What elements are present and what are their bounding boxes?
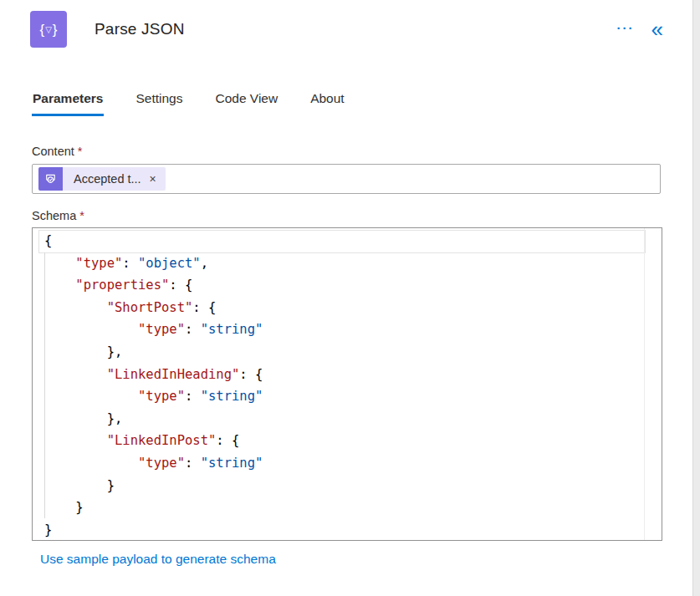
approvals-icon	[38, 167, 63, 191]
parse-json-action-card: {▽} Parse JSON ··· « Parameters Settings…	[0, 0, 700, 596]
schema-code: { "type": "object", "properties": { "Sho…	[44, 230, 641, 541]
header-actions: ··· «	[617, 18, 663, 40]
action-header: {▽} Parse JSON ··· «	[30, 11, 663, 48]
more-options-icon[interactable]: ···	[617, 22, 635, 34]
funnel-glyph: ▽	[45, 26, 52, 34]
collapse-panel-icon[interactable]: «	[651, 18, 663, 40]
schema-field-label: Schema*	[32, 209, 84, 222]
content-field-label: Content*	[32, 145, 82, 158]
token-label: Accepted t...	[63, 172, 147, 186]
content-input[interactable]: Accepted t... ×	[32, 164, 661, 194]
editor-scrollbar-track[interactable]	[644, 228, 645, 540]
schema-code-editor[interactable]: { "type": "object", "properties": { "Sho…	[32, 227, 662, 541]
page-scrollbar[interactable]	[692, 0, 700, 596]
action-title: Parse JSON	[95, 20, 185, 38]
tab-settings[interactable]: Settings	[135, 89, 183, 116]
token-remove-icon[interactable]: ×	[147, 172, 166, 186]
parse-json-action-icon: {▽}	[30, 11, 67, 48]
required-marker: *	[78, 145, 83, 158]
required-marker: *	[79, 209, 84, 222]
content-token-chip[interactable]: Accepted t... ×	[38, 167, 166, 191]
tab-parameters[interactable]: Parameters	[32, 89, 104, 116]
generate-schema-link[interactable]: Use sample payload to generate schema	[40, 552, 276, 567]
tab-about[interactable]: About	[309, 89, 345, 116]
tab-code-view[interactable]: Code View	[214, 89, 278, 116]
tab-bar: Parameters Settings Code View About	[32, 89, 345, 116]
